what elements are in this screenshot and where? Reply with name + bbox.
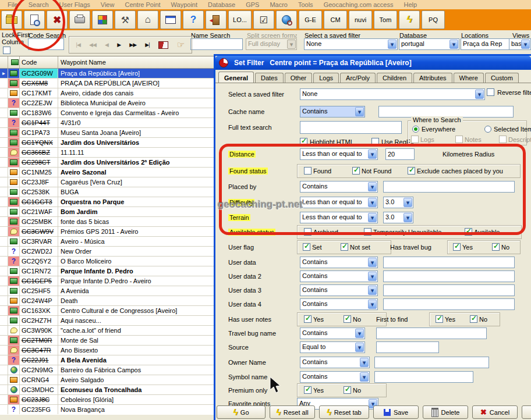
difficulty-op-select[interactable]: Less than or equal to: [300, 197, 378, 208]
found-checkbox[interactable]: [304, 167, 311, 175]
distance-value-input[interactable]: 20: [385, 148, 415, 160]
distance-op-select[interactable]: Less than or equal to: [300, 148, 378, 160]
tab-general[interactable]: General: [218, 72, 254, 83]
table-row[interactable]: GC298CTJardim dos Universitários 2ª Ediç…: [0, 158, 217, 168]
table-row[interactable]: GC2ZEJWBiblioteca Municipal de Aveiro: [0, 98, 217, 108]
macro-button[interactable]: [399, 10, 420, 29]
menu-user-flags[interactable]: User Flags: [54, 1, 95, 9]
name-column-header[interactable]: Waypoint Name: [58, 56, 217, 68]
google-earth-button[interactable]: G-E: [299, 10, 322, 29]
tomtom-button[interactable]: Tom: [374, 10, 397, 29]
notes-checkbox[interactable]: [455, 136, 463, 143]
save-button[interactable]: Save: [373, 405, 419, 419]
table-row[interactable]: GC3RVARAveiro - Música: [0, 237, 217, 247]
temporarily-unavailable-checkbox[interactable]: [364, 228, 371, 236]
help-button[interactable]: [183, 10, 204, 29]
partial-button[interactable]: [522, 405, 531, 419]
fast-forward-button[interactable]: ▶▶: [129, 42, 136, 48]
source-input[interactable]: [376, 341, 439, 353]
table-row[interactable]: GC1GEP5Parque Infante D.Pedro - Aveiro: [0, 276, 217, 286]
premium-yes-checkbox[interactable]: [304, 386, 311, 394]
go-button[interactable]: Go: [217, 405, 266, 419]
symbol-name-op-select[interactable]: Contains: [300, 371, 370, 383]
ftf-no-checkbox[interactable]: [470, 315, 477, 323]
table-row[interactable]: GC24W4PDeath: [0, 296, 217, 306]
first-record-button[interactable]: |◀: [76, 42, 80, 48]
table-row[interactable]: GC25HF5A Avenida: [0, 286, 217, 296]
table-row[interactable]: GC183W6Convento e Igreja das Carmelitas …: [0, 108, 217, 118]
descriptions-checkbox[interactable]: [499, 136, 507, 143]
exit-button[interactable]: [206, 10, 226, 29]
user-data3-op-select[interactable]: Contains: [300, 284, 378, 296]
user-notes-yes-checkbox[interactable]: [304, 315, 311, 323]
tools-button[interactable]: [115, 10, 136, 29]
delete-button[interactable]: Delete: [423, 405, 468, 419]
terrain-value-select[interactable]: 3.0: [383, 212, 413, 223]
source-op-select[interactable]: Equal to: [300, 341, 365, 353]
user-flag-not-set-checkbox[interactable]: [341, 243, 348, 251]
travel-bug-name-input[interactable]: [376, 328, 487, 339]
tab-arc-poly[interactable]: Arc/Poly: [340, 73, 376, 83]
owner-name-input[interactable]: [374, 357, 489, 368]
tab-other[interactable]: Other: [285, 73, 313, 83]
available-checkbox[interactable]: [465, 228, 472, 236]
table-row[interactable]: GCRNG4Aveiro Salgado: [0, 375, 217, 385]
code-column-header[interactable]: Code: [20, 56, 58, 68]
name-search-input[interactable]: [190, 38, 243, 50]
user-data4-op-select[interactable]: Contains: [300, 298, 378, 310]
split-screen-select[interactable]: Full display: [246, 38, 297, 50]
dialog-title-bar[interactable]: Set Filter Centre point = Praça da Repúb…: [215, 56, 531, 70]
code-search-input[interactable]: [28, 38, 64, 50]
user-data2-input[interactable]: [383, 270, 515, 282]
table-row[interactable]: GC25MBKfonte das 5 bicas: [0, 217, 217, 227]
cachemate-button[interactable]: CM: [324, 10, 347, 29]
cache-type-column-header[interactable]: [8, 56, 20, 68]
set-filter-button[interactable]: [24, 10, 45, 29]
web-search-button[interactable]: [276, 10, 297, 29]
user-data3-input[interactable]: [383, 284, 515, 296]
ftf-yes-checkbox[interactable]: [436, 315, 443, 323]
prev-record-button[interactable]: ◀: [105, 42, 108, 48]
last-record-button[interactable]: ▶|: [145, 42, 149, 48]
print-button[interactable]: [69, 10, 90, 29]
travel-bug-yes-checkbox[interactable]: [453, 243, 461, 251]
tab-attributes[interactable]: Attributes: [413, 73, 452, 83]
menu-view[interactable]: View: [95, 1, 120, 9]
placed-by-op-select[interactable]: Contains: [300, 181, 378, 193]
table-row[interactable]: GC21WAFBom Jardim: [0, 207, 217, 217]
goto-button[interactable]: [177, 40, 185, 50]
next-record-button[interactable]: ▶: [117, 42, 121, 48]
archived-checkbox[interactable]: [304, 228, 311, 236]
table-row[interactable]: GC1GGT3Orquestra no Parque: [0, 197, 217, 207]
reset-all-button[interactable]: Reset all: [270, 405, 315, 419]
menu-search[interactable]: Search: [23, 1, 54, 9]
table-row[interactable]: GC2TM0RMonte de Sal: [0, 336, 217, 346]
split-screen-button[interactable]: [92, 10, 113, 29]
user-data-op-select[interactable]: Contains: [300, 257, 378, 268]
table-row[interactable]: GC1YQNXJardim dos Universitários: [0, 138, 217, 148]
menu-centre-point[interactable]: Centre Point: [119, 1, 165, 9]
difficulty-value-select[interactable]: 3.0: [383, 197, 413, 208]
table-row[interactable]: GC1P44T4\/31r0: [0, 118, 217, 128]
premium-no-checkbox[interactable]: [344, 386, 351, 394]
table-row[interactable]: GCX6M8PRAÇA DA REPÚBLICA [AVEIRO]: [0, 79, 217, 88]
reset-tab-button[interactable]: Reset tab: [319, 405, 369, 419]
owner-name-op-select[interactable]: Contains: [300, 357, 370, 368]
table-row[interactable]: GC3W90K"cache.a.lot" of friend: [0, 326, 217, 336]
table-row[interactable]: ►GC2G09WPraça da República [Aveiro]: [0, 69, 217, 79]
table-row[interactable]: GC2N9MGBarreiro da Fábrica Campos: [0, 365, 217, 375]
tab-where[interactable]: Where: [454, 73, 484, 83]
table-row[interactable]: GC1NM25Aveiro Sazonal: [0, 168, 217, 177]
placed-by-input[interactable]: [383, 181, 515, 193]
menu-file[interactable]: File: [2, 1, 23, 9]
cache-name-op-select[interactable]: Contains: [300, 106, 365, 118]
tab-custom[interactable]: Custom: [485, 73, 519, 83]
table-row[interactable]: GC2HZ7HAqui nasceu...: [0, 316, 217, 326]
open-database-button[interactable]: [1, 10, 22, 29]
table-row[interactable]: GC235FGNova Bragança: [0, 405, 217, 415]
menu-tools[interactable]: Tools: [293, 1, 318, 9]
highlight-html-checkbox[interactable]: [300, 138, 307, 145]
cancel-button[interactable]: Cancel: [472, 405, 518, 419]
use-regex-checkbox[interactable]: [371, 138, 379, 145]
table-row[interactable]: GC17KMTAveiro, cidade dos canais: [0, 88, 217, 98]
